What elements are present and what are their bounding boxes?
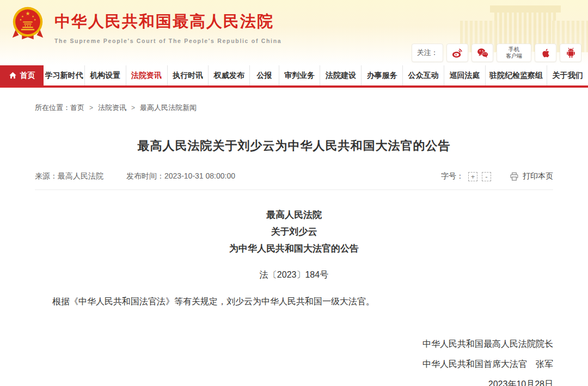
breadcrumb-separator: > — [131, 104, 135, 112]
printer-icon — [510, 172, 519, 181]
nav-item-xunhui-fating[interactable]: 巡回法庭 — [444, 65, 486, 85]
breadcrumb-item-news[interactable]: 最高人民法院新闻 — [140, 103, 197, 112]
announcement-paragraph: 根据《中华人民共和国法官法》等有关规定，刘少云为中华人民共和国一级大法官。 — [35, 294, 553, 310]
android-icon — [565, 47, 577, 59]
breadcrumb-separator: > — [89, 104, 93, 112]
nav-item-guanyu-women[interactable]: 关于我们 — [547, 65, 588, 85]
svg-text:★: ★ — [19, 18, 22, 21]
nav-item-quanwei-fabu[interactable]: 权威发布 — [209, 65, 250, 85]
nav-item-jigou-shezhi[interactable]: 机构设置 — [85, 65, 126, 85]
signature-date: 2023年10月28日 — [35, 374, 553, 386]
nav-item-fayuan-zixun[interactable]: 法院资讯 — [126, 65, 168, 85]
site-brand[interactable]: ★ ★ ★ ★ ★ 中华人民共和国最高人民法院 The Supreme Peop… — [9, 4, 281, 44]
signature-line: 中华人民共和国最高人民法院院长 — [35, 334, 553, 354]
nav-item-gongbao[interactable]: 公报 — [250, 65, 279, 85]
heading-line: 最高人民法院 — [35, 206, 553, 223]
font-increase-button[interactable]: + — [468, 172, 477, 181]
article-publish-time: 发布时间：2023-10-31 08:00:00 — [126, 171, 235, 181]
mobile-client-link[interactable]: 手机 客户端 — [497, 44, 531, 62]
home-icon — [9, 71, 17, 79]
document-number: 法〔2023〕184号 — [35, 269, 553, 281]
wechat-icon — [476, 47, 489, 59]
nav-item-home[interactable]: 首页 — [0, 65, 44, 85]
breadcrumb-item-fayuan-zixun[interactable]: 法院资讯 — [98, 103, 126, 112]
signature-line: 中华人民共和国首席大法官 张军 — [35, 354, 553, 374]
article-title: 最高人民法院关于刘少云为中华人民共和国大法官的公告 — [35, 138, 553, 154]
breadcrumb-prefix: 所在位置： — [35, 103, 70, 112]
font-decrease-button[interactable]: - — [482, 172, 491, 181]
article-container: 最高人民法院关于刘少云为中华人民共和国大法官的公告 来源：最高人民法院 发布时间… — [35, 138, 553, 386]
follow-label: 关注： — [412, 44, 443, 62]
nav-item-zhuyuan-jijian[interactable]: 驻院纪检监察组 — [486, 65, 547, 85]
nav-item-zhixing-shixun[interactable]: 执行时讯 — [168, 65, 209, 85]
mobile-client-label-line2: 客户端 — [506, 53, 522, 59]
heading-line: 关于刘少云 — [35, 223, 553, 240]
wechat-link[interactable] — [471, 44, 493, 62]
breadcrumb-item-home[interactable]: 首页 — [70, 103, 84, 112]
nav-item-gongzhong-hudong[interactable]: 公众互动 — [403, 65, 444, 85]
android-app-link[interactable] — [560, 44, 581, 62]
font-size-label: 字号： — [441, 171, 464, 181]
site-subtitle: The Supreme People's Court of The People… — [54, 38, 281, 44]
breadcrumb: 所在位置：首页>法院资讯>最高人民法院新闻 — [35, 103, 588, 113]
print-page-label: 打印本页 — [523, 171, 553, 181]
nav-item-label: 首页 — [20, 71, 35, 81]
apple-icon — [540, 47, 552, 59]
china-national-emblem-icon: ★ ★ ★ ★ ★ — [9, 4, 47, 42]
article-meta-row: 来源：最高人民法院 发布时间：2023-10-31 08:00:00 字号： +… — [35, 171, 553, 190]
svg-text:★: ★ — [34, 18, 36, 21]
nav-item-banshi-fuwu[interactable]: 办事服务 — [362, 65, 403, 85]
svg-text:★: ★ — [26, 10, 30, 16]
site-header: ★ ★ ★ ★ ★ 中华人民共和国最高人民法院 The Supreme Peop… — [0, 0, 588, 65]
nav-item-fayuan-jianshe[interactable]: 法院建设 — [320, 65, 362, 85]
site-title: 中华人民共和国最高人民法院 — [54, 11, 281, 33]
announcement-heading: 最高人民法院 关于刘少云 为中华人民共和国大法官的公告 — [35, 206, 553, 257]
main-nav: 首页 学习新时代 机构设置 法院资讯 执行时讯 权威发布 公报 审判业务 法院建… — [0, 65, 588, 88]
social-links-row: 关注： 手机 客户端 — [412, 44, 581, 62]
weibo-icon — [451, 47, 464, 59]
heading-line: 为中华人民共和国大法官的公告 — [35, 240, 553, 257]
mobile-client-label-line1: 手机 — [506, 46, 522, 53]
ios-app-link[interactable] — [535, 44, 556, 62]
signature-block: 中华人民共和国最高人民法院院长 中华人民共和国首席大法官 张军 2023年10月… — [35, 334, 553, 386]
weibo-link[interactable] — [446, 44, 468, 62]
print-page-button[interactable]: 打印本页 — [510, 171, 553, 181]
article-source: 来源：最高人民法院 — [35, 171, 103, 181]
nav-item-xuexi-xinshidai[interactable]: 学习新时代 — [44, 65, 85, 85]
nav-item-shenpan-yewu[interactable]: 审判业务 — [279, 65, 321, 85]
